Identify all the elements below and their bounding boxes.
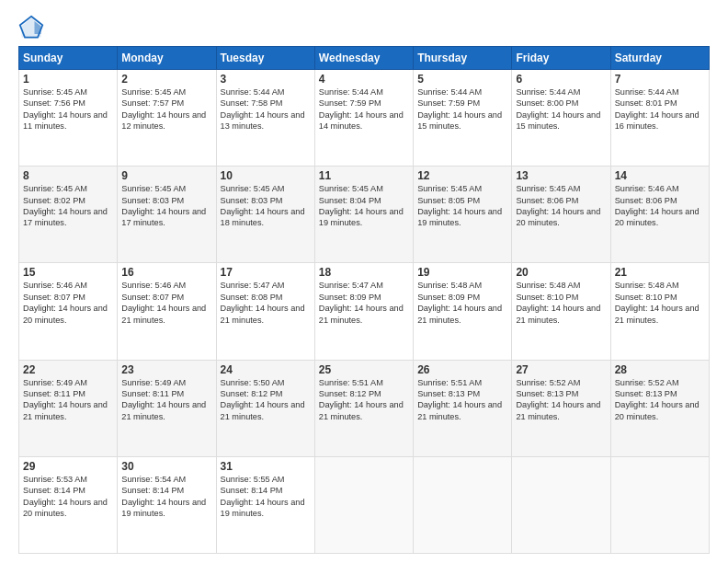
day-number: 14 [615, 169, 705, 182]
day-header-tuesday: Tuesday [216, 47, 314, 70]
cell-content: Sunrise: 5:52 AMSunset: 8:13 PMDaylight:… [516, 378, 600, 421]
day-number: 16 [121, 266, 211, 279]
day-number: 2 [121, 73, 211, 86]
cell-content: Sunrise: 5:45 AMSunset: 7:56 PMDaylight:… [23, 87, 108, 131]
day-header-monday: Monday [118, 47, 216, 70]
day-number: 18 [319, 266, 409, 279]
day-number: 5 [417, 73, 507, 86]
calendar-cell: 9 Sunrise: 5:45 AMSunset: 8:03 PMDayligh… [118, 167, 216, 263]
day-number: 7 [615, 73, 705, 86]
calendar-cell: 27 Sunrise: 5:52 AMSunset: 8:13 PMDaylig… [512, 360, 610, 456]
calendar-cell: 12 Sunrise: 5:45 AMSunset: 8:05 PMDaylig… [414, 167, 512, 263]
calendar-cell: 20 Sunrise: 5:48 AMSunset: 8:10 PMDaylig… [512, 263, 610, 360]
day-number: 24 [221, 363, 311, 376]
calendar-cell: 21 Sunrise: 5:48 AMSunset: 8:10 PMDaylig… [610, 263, 709, 360]
calendar-cell: 8 Sunrise: 5:45 AMSunset: 8:02 PMDayligh… [19, 167, 118, 263]
cell-content: Sunrise: 5:48 AMSunset: 8:10 PMDaylight:… [615, 281, 700, 324]
calendar-week-4: 22 Sunrise: 5:49 AMSunset: 8:11 PMDaylig… [19, 360, 710, 456]
day-number: 15 [23, 266, 113, 279]
calendar-cell [314, 456, 413, 553]
cell-content: Sunrise: 5:47 AMSunset: 8:09 PMDaylight:… [319, 281, 404, 324]
cell-content: Sunrise: 5:53 AMSunset: 8:14 PMDaylight:… [23, 475, 108, 518]
day-number: 11 [319, 169, 409, 182]
day-number: 13 [516, 169, 606, 182]
cell-content: Sunrise: 5:44 AMSunset: 7:58 PMDaylight:… [221, 87, 305, 131]
day-number: 10 [221, 169, 311, 182]
header [18, 15, 710, 40]
cell-content: Sunrise: 5:45 AMSunset: 8:04 PMDaylight:… [319, 184, 404, 227]
day-number: 22 [23, 363, 113, 376]
cell-content: Sunrise: 5:44 AMSunset: 7:59 PMDaylight:… [319, 87, 404, 131]
cell-content: Sunrise: 5:46 AMSunset: 8:07 PMDaylight:… [121, 281, 206, 324]
calendar-cell: 7 Sunrise: 5:44 AMSunset: 8:01 PMDayligh… [610, 70, 709, 167]
calendar-cell: 17 Sunrise: 5:47 AMSunset: 8:08 PMDaylig… [216, 263, 314, 360]
day-number: 12 [417, 169, 507, 182]
calendar-cell: 2 Sunrise: 5:45 AMSunset: 7:57 PMDayligh… [118, 70, 216, 167]
calendar-cell [610, 456, 709, 553]
calendar-cell: 24 Sunrise: 5:50 AMSunset: 8:12 PMDaylig… [216, 360, 314, 456]
cell-content: Sunrise: 5:44 AMSunset: 7:59 PMDaylight:… [417, 87, 502, 131]
cell-content: Sunrise: 5:51 AMSunset: 8:12 PMDaylight:… [319, 378, 404, 421]
calendar-cell [512, 456, 610, 553]
calendar-cell: 19 Sunrise: 5:48 AMSunset: 8:09 PMDaylig… [414, 263, 512, 360]
calendar-cell: 18 Sunrise: 5:47 AMSunset: 8:09 PMDaylig… [314, 263, 413, 360]
calendar-week-1: 1 Sunrise: 5:45 AMSunset: 7:56 PMDayligh… [19, 70, 710, 167]
cell-content: Sunrise: 5:49 AMSunset: 8:11 PMDaylight:… [121, 378, 206, 421]
calendar-cell: 3 Sunrise: 5:44 AMSunset: 7:58 PMDayligh… [216, 70, 314, 167]
day-number: 26 [417, 363, 507, 376]
calendar-cell: 29 Sunrise: 5:53 AMSunset: 8:14 PMDaylig… [19, 456, 118, 553]
cell-content: Sunrise: 5:45 AMSunset: 8:06 PMDaylight:… [516, 184, 600, 227]
day-number: 21 [615, 266, 705, 279]
calendar-cell: 28 Sunrise: 5:52 AMSunset: 8:13 PMDaylig… [610, 360, 709, 456]
day-number: 20 [516, 266, 606, 279]
logo [18, 15, 46, 40]
day-header-friday: Friday [512, 47, 610, 70]
cell-content: Sunrise: 5:54 AMSunset: 8:14 PMDaylight:… [121, 475, 206, 518]
cell-content: Sunrise: 5:45 AMSunset: 8:03 PMDaylight:… [121, 184, 206, 227]
day-number: 19 [417, 266, 507, 279]
calendar-cell: 1 Sunrise: 5:45 AMSunset: 7:56 PMDayligh… [19, 70, 118, 167]
calendar-cell: 4 Sunrise: 5:44 AMSunset: 7:59 PMDayligh… [314, 70, 413, 167]
calendar-cell [414, 456, 512, 553]
cell-content: Sunrise: 5:55 AMSunset: 8:14 PMDaylight:… [221, 475, 305, 518]
calendar-cell: 25 Sunrise: 5:51 AMSunset: 8:12 PMDaylig… [314, 360, 413, 456]
calendar-week-3: 15 Sunrise: 5:46 AMSunset: 8:07 PMDaylig… [19, 263, 710, 360]
cell-content: Sunrise: 5:45 AMSunset: 8:02 PMDaylight:… [23, 184, 108, 227]
day-header-sunday: Sunday [19, 47, 118, 70]
cell-content: Sunrise: 5:45 AMSunset: 8:05 PMDaylight:… [417, 184, 502, 227]
calendar-cell: 10 Sunrise: 5:45 AMSunset: 8:03 PMDaylig… [216, 167, 314, 263]
day-number: 17 [221, 266, 311, 279]
day-number: 30 [121, 460, 211, 473]
day-number: 27 [516, 363, 606, 376]
calendar-cell: 6 Sunrise: 5:44 AMSunset: 8:00 PMDayligh… [512, 70, 610, 167]
calendar-cell: 31 Sunrise: 5:55 AMSunset: 8:14 PMDaylig… [216, 456, 314, 553]
cell-content: Sunrise: 5:47 AMSunset: 8:08 PMDaylight:… [221, 281, 305, 324]
cell-content: Sunrise: 5:44 AMSunset: 8:00 PMDaylight:… [516, 87, 600, 131]
calendar-cell: 26 Sunrise: 5:51 AMSunset: 8:13 PMDaylig… [414, 360, 512, 456]
cell-content: Sunrise: 5:45 AMSunset: 7:57 PMDaylight:… [121, 87, 206, 131]
calendar-cell: 14 Sunrise: 5:46 AMSunset: 8:06 PMDaylig… [610, 167, 709, 263]
day-header-wednesday: Wednesday [314, 47, 413, 70]
calendar-cell: 22 Sunrise: 5:49 AMSunset: 8:11 PMDaylig… [19, 360, 118, 456]
cell-content: Sunrise: 5:46 AMSunset: 8:07 PMDaylight:… [23, 281, 108, 324]
calendar-cell: 23 Sunrise: 5:49 AMSunset: 8:11 PMDaylig… [118, 360, 216, 456]
cell-content: Sunrise: 5:49 AMSunset: 8:11 PMDaylight:… [23, 378, 108, 421]
cell-content: Sunrise: 5:48 AMSunset: 8:10 PMDaylight:… [516, 281, 600, 324]
cell-content: Sunrise: 5:44 AMSunset: 8:01 PMDaylight:… [615, 87, 700, 131]
cell-content: Sunrise: 5:46 AMSunset: 8:06 PMDaylight:… [615, 184, 700, 227]
day-number: 25 [319, 363, 409, 376]
cell-content: Sunrise: 5:51 AMSunset: 8:13 PMDaylight:… [417, 378, 502, 421]
day-header-saturday: Saturday [610, 47, 709, 70]
day-number: 8 [23, 169, 113, 182]
cell-content: Sunrise: 5:45 AMSunset: 8:03 PMDaylight:… [221, 184, 305, 227]
day-number: 23 [121, 363, 211, 376]
cell-content: Sunrise: 5:52 AMSunset: 8:13 PMDaylight:… [615, 378, 700, 421]
day-header-thursday: Thursday [414, 47, 512, 70]
day-number: 1 [23, 73, 113, 86]
calendar-week-2: 8 Sunrise: 5:45 AMSunset: 8:02 PMDayligh… [19, 167, 710, 263]
day-number: 28 [615, 363, 705, 376]
calendar-header-row: SundayMondayTuesdayWednesdayThursdayFrid… [19, 47, 710, 70]
calendar-cell: 5 Sunrise: 5:44 AMSunset: 7:59 PMDayligh… [414, 70, 512, 167]
day-number: 31 [221, 460, 311, 473]
day-number: 4 [319, 73, 409, 86]
